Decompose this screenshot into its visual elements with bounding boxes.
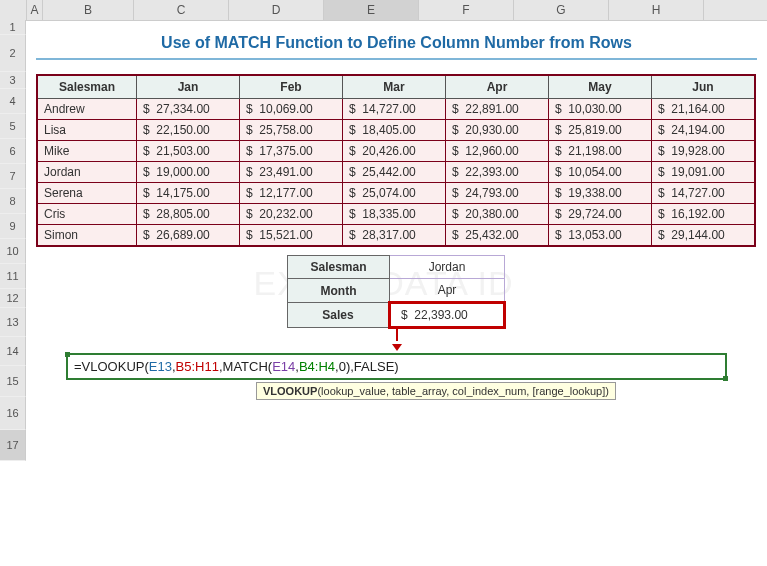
lookup-salesman-value[interactable]: Jordan [390, 256, 505, 279]
col-salesman[interactable]: Salesman [37, 75, 137, 99]
row-header-17[interactable]: 17 [0, 430, 26, 461]
table-row[interactable]: Cris$ 28,805.00$ 20,232.00$ 18,335.00$ 2… [37, 204, 755, 225]
row-header-13[interactable]: 13 [0, 308, 26, 337]
col-feb[interactable]: Feb [240, 75, 343, 99]
cell-value[interactable]: $ 21,198.00 [549, 141, 652, 162]
cell-value[interactable]: $ 13,053.00 [549, 225, 652, 247]
cell-value[interactable]: $ 10,030.00 [549, 99, 652, 120]
table-row[interactable]: Serena$ 14,175.00$ 12,177.00$ 25,074.00$… [37, 183, 755, 204]
cell-value[interactable]: $ 20,426.00 [343, 141, 446, 162]
cell-value[interactable]: $ 25,758.00 [240, 120, 343, 141]
grid-area[interactable]: Use of MATCH Function to Define Column N… [26, 20, 767, 400]
cell-value[interactable]: $ 24,194.00 [652, 120, 756, 141]
col-header-D[interactable]: D [229, 0, 324, 20]
cell-value[interactable]: $ 14,727.00 [343, 99, 446, 120]
cell-value[interactable]: $ 22,891.00 [446, 99, 549, 120]
cell-value[interactable]: $ 12,960.00 [446, 141, 549, 162]
cell-value[interactable]: $ 26,689.00 [137, 225, 240, 247]
col-header-B[interactable]: B [43, 0, 134, 20]
cell-salesman[interactable]: Andrew [37, 99, 137, 120]
cell-value[interactable]: $ 22,393.00 [446, 162, 549, 183]
cell-salesman[interactable]: Serena [37, 183, 137, 204]
row-header-11[interactable]: 11 [0, 264, 26, 289]
row-header-col: 1 2 3 4 5 6 7 8 9 10 11 12 13 14 15 16 1… [0, 20, 26, 461]
col-jun[interactable]: Jun [652, 75, 756, 99]
cell-value[interactable]: $ 27,334.00 [137, 99, 240, 120]
row-header-12[interactable]: 12 [0, 289, 26, 308]
cell-value[interactable]: $ 16,192.00 [652, 204, 756, 225]
table-row[interactable]: Simon$ 26,689.00$ 15,521.00$ 28,317.00$ … [37, 225, 755, 247]
lookup-month-value[interactable]: Apr [390, 279, 505, 303]
cell-value[interactable]: $ 29,144.00 [652, 225, 756, 247]
cell-value[interactable]: $ 10,069.00 [240, 99, 343, 120]
cell-value[interactable]: $ 25,819.00 [549, 120, 652, 141]
cell-salesman[interactable]: Simon [37, 225, 137, 247]
cell-value[interactable]: $ 28,317.00 [343, 225, 446, 247]
cell-value[interactable]: $ 14,727.00 [652, 183, 756, 204]
col-jan[interactable]: Jan [137, 75, 240, 99]
cell-value[interactable]: $ 22,150.00 [137, 120, 240, 141]
col-apr[interactable]: Apr [446, 75, 549, 99]
cell-value[interactable]: $ 25,442.00 [343, 162, 446, 183]
cell-value[interactable]: $ 21,503.00 [137, 141, 240, 162]
row-header-3[interactable]: 3 [0, 72, 26, 89]
table-row[interactable]: Andrew$ 27,334.00$ 10,069.00$ 14,727.00$… [37, 99, 755, 120]
cell-value[interactable]: $ 23,491.00 [240, 162, 343, 183]
cell-value[interactable]: $ 20,380.00 [446, 204, 549, 225]
col-header-E[interactable]: E [324, 0, 419, 20]
row-header-6[interactable]: 6 [0, 139, 26, 164]
cell-value[interactable]: $ 15,521.00 [240, 225, 343, 247]
row-header-5[interactable]: 5 [0, 114, 26, 139]
cell-value[interactable]: $ 19,000.00 [137, 162, 240, 183]
row-header-7[interactable]: 7 [0, 164, 26, 189]
row-header-4[interactable]: 4 [0, 89, 26, 114]
select-all-corner[interactable] [0, 0, 27, 20]
cell-salesman[interactable]: Cris [37, 204, 137, 225]
cell-value[interactable]: $ 18,335.00 [343, 204, 446, 225]
cell-value[interactable]: $ 19,091.00 [652, 162, 756, 183]
cell-value[interactable]: $ 20,232.00 [240, 204, 343, 225]
row-header-1[interactable]: 1 [0, 20, 26, 35]
col-header-H[interactable]: H [609, 0, 704, 20]
cell-value[interactable]: $ 25,432.00 [446, 225, 549, 247]
cell-value[interactable]: $ 10,054.00 [549, 162, 652, 183]
cell-value[interactable]: $ 19,338.00 [549, 183, 652, 204]
cell-value[interactable]: $ 21,164.00 [652, 99, 756, 120]
cell-salesman[interactable]: Mike [37, 141, 137, 162]
cell-value[interactable]: $ 24,793.00 [446, 183, 549, 204]
cell-value[interactable]: $ 25,074.00 [343, 183, 446, 204]
function-tooltip[interactable]: VLOOKUP(lookup_value, table_array, col_i… [256, 382, 616, 400]
col-header-A[interactable]: A [27, 0, 43, 20]
col-mar[interactable]: Mar [343, 75, 446, 99]
cell-value[interactable]: $ 14,175.00 [137, 183, 240, 204]
cell-value[interactable]: $ 20,930.00 [446, 120, 549, 141]
cell-value[interactable]: $ 29,724.00 [549, 204, 652, 225]
lookup-panel[interactable]: SalesmanJordan MonthApr Sales$ 22,393.00 [287, 255, 506, 329]
table-row[interactable]: Lisa$ 22,150.00$ 25,758.00$ 18,405.00$ 2… [37, 120, 755, 141]
col-header-F[interactable]: F [419, 0, 514, 20]
lookup-month-label: Month [288, 279, 390, 303]
sales-table[interactable]: Salesman Jan Feb Mar Apr May Jun Andrew$… [36, 74, 756, 247]
table-row[interactable]: Jordan$ 19,000.00$ 23,491.00$ 25,442.00$… [37, 162, 755, 183]
table-row[interactable]: Mike$ 21,503.00$ 17,375.00$ 20,426.00$ 1… [37, 141, 755, 162]
cell-value[interactable]: $ 19,928.00 [652, 141, 756, 162]
row-header-16[interactable]: 16 [0, 397, 26, 430]
col-header-G[interactable]: G [514, 0, 609, 20]
row-header-2[interactable]: 2 [0, 35, 26, 72]
arrow-indicator [26, 327, 767, 351]
row-header-15[interactable]: 15 [0, 366, 26, 397]
formula-cell[interactable]: =VLOOKUP(E13,B5:H11,MATCH(E14,B4:H4,0),F… [66, 353, 727, 380]
cell-value[interactable]: $ 28,805.00 [137, 204, 240, 225]
cell-value[interactable]: $ 12,177.00 [240, 183, 343, 204]
col-may[interactable]: May [549, 75, 652, 99]
cell-salesman[interactable]: Jordan [37, 162, 137, 183]
row-header-9[interactable]: 9 [0, 214, 26, 239]
row-header-10[interactable]: 10 [0, 239, 26, 264]
row-header-8[interactable]: 8 [0, 189, 26, 214]
col-header-C[interactable]: C [134, 0, 229, 20]
cell-value[interactable]: $ 17,375.00 [240, 141, 343, 162]
lookup-sales-result[interactable]: $ 22,393.00 [390, 303, 505, 328]
row-header-14[interactable]: 14 [0, 337, 26, 366]
cell-value[interactable]: $ 18,405.00 [343, 120, 446, 141]
cell-salesman[interactable]: Lisa [37, 120, 137, 141]
